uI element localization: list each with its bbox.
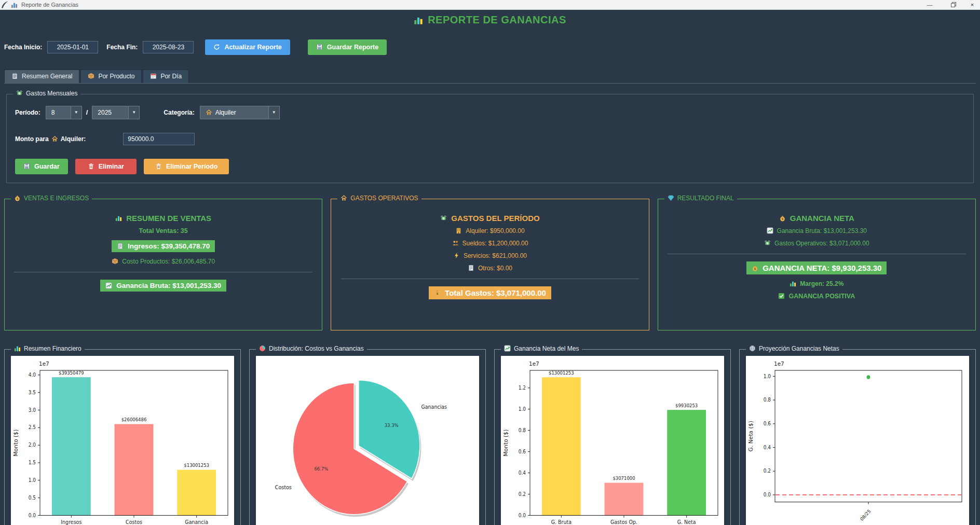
svg-text:1.5: 1.5 (29, 459, 36, 465)
button-label: Guardar (34, 163, 60, 170)
chart-canvas: 66.7%Costos33.3%Ganancias (256, 356, 479, 525)
building-icon (455, 227, 462, 234)
frame-label-text: GASTOS OPERATIVOS (350, 195, 418, 202)
eliminar-periodo-button[interactable]: Eliminar Período (144, 159, 229, 174)
gem-icon (668, 195, 674, 201)
stat-text: GANANCIA NETA: $9,930,253.30 (763, 264, 881, 272)
page-title: REPORTE DE GANANCIAS (414, 14, 566, 26)
money-bag-icon: $ (779, 215, 786, 222)
chart-canvas: 0.00.51.01.52.02.53.03.54.01e7$39350479I… (11, 356, 234, 525)
chevron-down-icon[interactable]: ▼ (268, 106, 279, 119)
svg-text:$: $ (781, 217, 783, 220)
stat-line: Margen: 25.2% (790, 280, 843, 287)
check-icon (778, 293, 785, 299)
svg-text:Monto ($): Monto ($) (502, 429, 509, 456)
window-title: Reporte de Ganancias (21, 2, 78, 8)
svg-text:Ganancia: Ganancia (185, 519, 208, 524)
panel-heading: RESUMEN DE VENTAS (115, 214, 211, 223)
divider (14, 272, 312, 272)
svg-text:0.4: 0.4 (764, 444, 771, 450)
money-wings-icon: $ (440, 215, 447, 222)
receipt-icon (117, 243, 124, 250)
bolt-icon (453, 252, 460, 259)
bar-chart-icon (115, 215, 122, 222)
svg-text:0.2: 0.2 (519, 491, 526, 496)
svg-text:$: $ (443, 217, 445, 220)
receipt-icon (468, 265, 474, 271)
bar-chart-icon (14, 345, 21, 352)
stat-text: Alquiler: $950,000.00 (466, 227, 524, 234)
monto-input[interactable]: 950000.0 (123, 133, 195, 145)
calendar-icon (150, 73, 157, 79)
restore-button[interactable] (942, 0, 965, 9)
svg-text:$9930253: $9930253 (675, 403, 698, 408)
chart-title: Ganancia Neta del Mes (514, 345, 579, 352)
svg-text:0.6: 0.6 (519, 448, 526, 454)
minimize-button[interactable]: — (918, 0, 942, 9)
guardar-reporte-button[interactable]: Guardar Reporte (308, 39, 387, 55)
svg-text:2.5: 2.5 (29, 424, 36, 430)
frame-label-text: VENTAS E INGRESOS (24, 195, 89, 202)
chevron-down-icon[interactable]: ▼ (128, 106, 139, 119)
globe-icon (749, 345, 756, 352)
chart-title: Proyección Ganancias Netas (759, 345, 839, 352)
chevron-down-icon[interactable]: ▼ (71, 106, 81, 119)
chart-frame-proyecci-n-ganancias-netas: Proyección Ganancias Netas0.00.20.40.60.… (739, 349, 976, 525)
fecha-fin-input[interactable]: 2025-08-23 (143, 41, 194, 53)
save-icon (316, 44, 323, 50)
monto-label: Monto para Alquiler: (15, 135, 86, 143)
chart-frame-label: Proyección Ganancias Netas (746, 345, 842, 352)
stat-text: Ingresos: $39,350,478.70 (128, 242, 210, 250)
svg-text:Ingresos: Ingresos (61, 519, 81, 524)
periodo-label: Período: (15, 109, 40, 116)
button-label: Eliminar (99, 163, 124, 170)
eliminar-button[interactable]: Eliminar (75, 159, 137, 174)
svg-text:0.2: 0.2 (764, 468, 771, 474)
tab-por-d-a[interactable]: Por Día (143, 70, 189, 83)
money-wings-icon: $ (764, 240, 771, 246)
svg-text:1e7: 1e7 (529, 360, 539, 367)
mes-combobox[interactable]: 8 ▼ (46, 106, 82, 119)
money-bag-icon: $ (14, 195, 21, 201)
categoria-combobox[interactable]: Alquiler ▼ (200, 106, 280, 119)
chart-frame-label: Distribución: Costos vs Ganancias (256, 345, 367, 352)
gastos-mensuales-frame-label: $ Gastos Mensuales (13, 90, 80, 97)
svg-text:$39350479: $39350479 (59, 370, 84, 375)
clipboard-icon (11, 73, 18, 79)
highlight-badge: Ganancia Bruta: $13,001,253.30 (100, 280, 226, 292)
anio-combobox[interactable]: 2025 ▼ (92, 106, 140, 119)
corner-quill-icon (1, 1, 8, 8)
tab-resumen-general[interactable]: Resumen General (4, 70, 79, 83)
guardar-button[interactable]: Guardar (15, 159, 68, 174)
svg-text:0.0: 0.0 (764, 491, 771, 497)
panel-heading: $GANANCIA NETA (779, 214, 854, 223)
stat-text: Sueldos: $1,200,000.00 (462, 240, 528, 247)
svg-text:33.3%: 33.3% (385, 423, 399, 428)
svg-text:0.4: 0.4 (519, 469, 526, 475)
svg-text:$3071000: $3071000 (612, 475, 635, 480)
tab-label: Resumen General (22, 73, 72, 80)
house-icon (206, 109, 212, 116)
stat-text: Total Ventas: 35 (139, 227, 188, 234)
svg-text:66.7%: 66.7% (314, 466, 328, 472)
gastos-operativos-frame-label: GASTOS OPERATIVOS (337, 195, 421, 202)
svg-text:1e7: 1e7 (774, 360, 784, 367)
chart-frame-ganancia-neta-del-mes: Ganancia Neta del Mes0.00.20.40.60.81.01… (494, 349, 731, 525)
stat-text: GASTOS DEL PERÍODO (451, 214, 539, 223)
tab-por-producto[interactable]: Por Producto (80, 70, 142, 83)
summary-panels: $VENTAS E INGRESOSRESUMEN DE VENTASTotal… (4, 199, 976, 330)
stat-line: GANANCIA POSITIVA (778, 293, 855, 300)
button-label: Eliminar Período (166, 163, 217, 170)
svg-text:1.0: 1.0 (519, 406, 526, 411)
fecha-inicio-input[interactable]: 2025-01-01 (47, 41, 98, 53)
stat-line: Ganancia Bruta: $13,001,253.30 (767, 227, 867, 234)
gastos-operativos-panel: GASTOS OPERATIVOS$GASTOS DEL PERÍODOAlqu… (331, 199, 649, 330)
highlight-badge: Ingresos: $39,350,478.70 (112, 240, 215, 252)
svg-text:$: $ (754, 267, 756, 270)
periodo-row: Período: 8 ▼ / 2025 ▼ Categoría: Alquile… (15, 106, 965, 119)
stat-text: Ganancia Bruta: $13,001,253.30 (777, 227, 867, 234)
actualizar-reporte-button[interactable]: Actualizar Reporte (205, 39, 290, 55)
chart-frame-label: Resumen Financiero (11, 345, 85, 352)
chart-frame-resumen-financiero: Resumen Financiero0.00.51.01.52.02.53.03… (4, 349, 241, 525)
close-button[interactable]: × (965, 0, 979, 9)
